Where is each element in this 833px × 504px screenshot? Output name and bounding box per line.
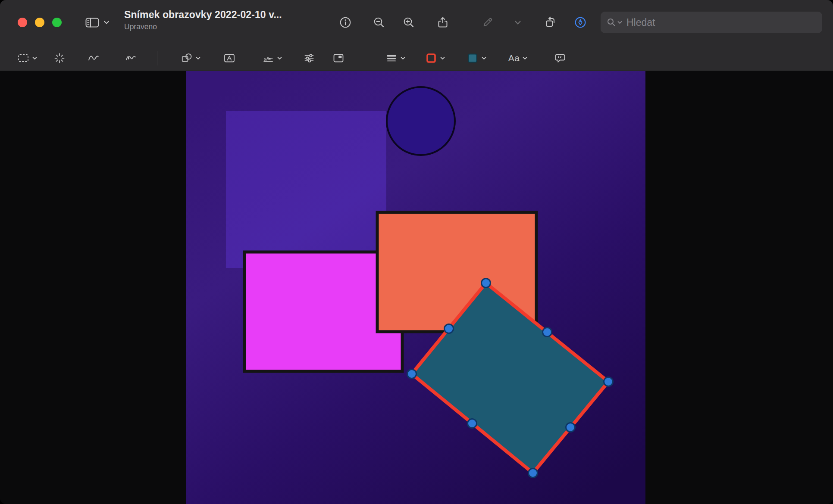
toolbar-divider: [157, 51, 157, 65]
text-style-label: Aa: [508, 53, 520, 63]
sketch-tool-button[interactable]: [83, 48, 104, 68]
titlebar: Snímek obrazovky 2022-02-10 v... Upraven…: [0, 0, 833, 45]
rotate-left-button[interactable]: [539, 12, 561, 33]
zoom-in-icon: [402, 16, 415, 29]
fill-color-button[interactable]: [462, 48, 491, 68]
instant-alpha-icon: [53, 52, 66, 64]
share-icon: [436, 16, 449, 29]
window-title: Snímek obrazovky 2022-02-10 v...: [124, 9, 282, 21]
chevron-down-icon: [401, 56, 405, 60]
close-button[interactable]: [18, 18, 27, 27]
chevron-down-icon: [277, 56, 282, 60]
share-button[interactable]: [432, 12, 454, 33]
chevron-down-icon: [511, 16, 524, 29]
fill-color-swatch-icon: [467, 52, 479, 64]
chevron-down-icon: [523, 56, 527, 60]
chevron-down-icon: [440, 56, 445, 60]
sidebar-toggle-button[interactable]: [77, 12, 118, 33]
layout-icon: [332, 52, 344, 64]
text-style-button[interactable]: Aa: [504, 48, 532, 68]
selection-tool-icon: [17, 52, 29, 64]
selection-handle[interactable]: [407, 370, 416, 379]
shape-translucent-square[interactable]: [226, 111, 386, 268]
border-color-swatch-icon: [425, 52, 437, 64]
selection-handle[interactable]: [529, 469, 538, 478]
info-button[interactable]: [335, 12, 356, 33]
text-tool-button[interactable]: [219, 48, 240, 68]
document-area: [0, 72, 833, 504]
chevron-down-icon: [103, 20, 110, 25]
selection-handle[interactable]: [604, 377, 613, 386]
selection-handle[interactable]: [445, 324, 454, 333]
chevron-down-icon: [196, 56, 200, 60]
window-subtitle: Upraveno: [124, 22, 282, 31]
comment-icon: [554, 52, 566, 64]
sketch-icon: [88, 52, 100, 64]
zoom-out-button[interactable]: [368, 12, 390, 33]
adjust-tool-button[interactable]: [299, 48, 319, 68]
rotate-left-icon: [544, 16, 557, 29]
layout-tool-button[interactable]: [328, 48, 349, 68]
annotate-menu-button[interactable]: [507, 12, 529, 33]
comment-tool-button[interactable]: [550, 48, 570, 68]
shapes-icon: [181, 52, 193, 64]
selection-handle[interactable]: [543, 328, 552, 337]
zoom-in-button[interactable]: [398, 12, 420, 33]
search-icon: [607, 18, 616, 27]
selection-tool-button[interactable]: [13, 48, 41, 68]
shapes-tool-button[interactable]: [176, 48, 205, 68]
zoom-button[interactable]: [52, 18, 62, 27]
instant-alpha-button[interactable]: [49, 48, 70, 68]
signature-icon: [262, 52, 274, 64]
sign-tool-button[interactable]: [258, 48, 286, 68]
info-icon: [339, 16, 352, 29]
chevron-down-icon: [482, 56, 486, 60]
markup-toolbar-toggle-button[interactable]: [570, 12, 591, 33]
window-title-group: Snímek obrazovky 2022-02-10 v... Upraven…: [124, 9, 282, 31]
markup-toolbar: Aa: [0, 45, 833, 71]
chevron-down-icon: [32, 56, 37, 60]
line-weight-button[interactable]: [381, 48, 410, 68]
draw-tool-button[interactable]: [121, 48, 141, 68]
selection-handle[interactable]: [566, 423, 575, 432]
chevron-down-icon: [617, 21, 622, 24]
pencil-icon: [481, 16, 494, 29]
search-input[interactable]: [626, 16, 816, 29]
text-box-icon: [223, 52, 235, 64]
selection-handle[interactable]: [482, 279, 491, 288]
selection-handle[interactable]: [468, 419, 477, 428]
sliders-icon: [303, 52, 315, 64]
zoom-out-icon: [373, 16, 385, 29]
shape-circle[interactable]: [387, 87, 455, 155]
window-controls: [18, 18, 62, 27]
search-scope-button[interactable]: [607, 18, 622, 27]
image-canvas[interactable]: [186, 71, 645, 504]
search-field: [601, 12, 822, 33]
draw-icon: [125, 52, 137, 64]
border-color-button[interactable]: [421, 48, 449, 68]
annotate-pencil-button[interactable]: [477, 12, 498, 33]
minimize-button[interactable]: [35, 18, 44, 27]
sidebar-icon: [85, 17, 100, 28]
markup-pen-icon: [574, 16, 587, 29]
preview-window: Snímek obrazovky 2022-02-10 v... Upraven…: [0, 0, 833, 504]
line-weight-icon: [385, 52, 398, 64]
